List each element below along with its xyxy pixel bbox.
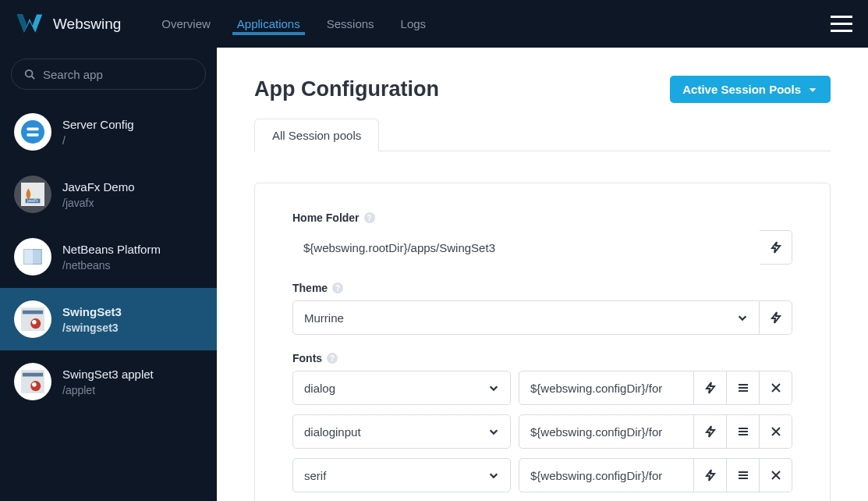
topbar: Webswing Overview Applications Sessions … <box>0 0 868 48</box>
theme-field: Theme ? Murrine <box>292 282 792 335</box>
chevron-down-icon <box>488 382 499 393</box>
help-icon[interactable]: ? <box>364 212 375 223</box>
netbeans-icon <box>14 238 51 275</box>
fonts-field: Fonts ? dialog <box>292 352 792 492</box>
sidebar-item-swingset3[interactable]: SwingSet3 /swingset3 <box>0 288 217 350</box>
reorder-button[interactable] <box>727 458 760 492</box>
font-name-select[interactable]: serif <box>292 458 511 492</box>
close-icon <box>770 469 782 481</box>
svg-point-17 <box>32 382 37 387</box>
chevron-down-icon <box>737 312 748 323</box>
chevron-down-icon <box>807 84 818 95</box>
search-icon <box>24 69 35 80</box>
tab-all-session-pools[interactable]: All Session pools <box>254 119 379 151</box>
reorder-button[interactable] <box>727 414 760 449</box>
swingset3-applet-icon <box>14 363 51 400</box>
page-title: App Configuration <box>254 77 439 101</box>
server-icon <box>14 113 51 151</box>
home-folder-input[interactable] <box>292 230 760 265</box>
nav-overview[interactable]: Overview <box>160 12 212 35</box>
font-row: dialog <box>292 371 792 405</box>
bars-icon <box>737 469 749 481</box>
close-icon <box>770 425 782 438</box>
menu-toggle-icon[interactable] <box>831 16 852 32</box>
app-path: /netbeans <box>62 259 161 272</box>
resolve-button[interactable] <box>694 414 727 449</box>
app-path: /applet <box>62 384 154 396</box>
app-name: SwingSet3 applet <box>62 368 154 381</box>
font-path-input[interactable] <box>519 371 694 405</box>
svg-rect-11 <box>23 311 43 314</box>
svg-line-1 <box>32 76 35 80</box>
sidebar-item-netbeans[interactable]: NetBeans Platform /netbeans <box>0 226 217 288</box>
font-row: dialoginput <box>292 414 792 449</box>
bolt-icon <box>704 382 717 394</box>
font-path-input[interactable] <box>519 414 694 449</box>
remove-button[interactable] <box>760 371 792 405</box>
svg-point-2 <box>21 120 44 144</box>
logo-icon <box>16 12 44 36</box>
svg-rect-3 <box>27 127 39 130</box>
font-name-select[interactable]: dialog <box>292 371 511 405</box>
bolt-icon <box>770 241 782 254</box>
active-session-pools-button[interactable]: Active Session Pools <box>670 76 831 103</box>
app-name: SwingSet3 <box>62 305 122 318</box>
resolve-button[interactable] <box>760 230 792 265</box>
resolve-button[interactable] <box>760 300 792 335</box>
help-icon[interactable]: ? <box>327 353 338 364</box>
bolt-icon <box>704 469 717 481</box>
svg-text:javaFx: javaFx <box>27 199 38 203</box>
font-row: serif <box>292 458 792 492</box>
nav-sessions[interactable]: Sessions <box>325 12 376 35</box>
svg-point-0 <box>26 70 33 77</box>
reorder-button[interactable] <box>727 371 760 405</box>
app-name: Server Config <box>62 118 134 131</box>
bars-icon <box>737 425 749 438</box>
nav-applications[interactable]: Applications <box>236 12 302 35</box>
close-icon <box>770 382 782 394</box>
search-box[interactable] <box>11 59 206 90</box>
app-name: JavaFx Demo <box>62 180 135 194</box>
sidebar-item-server-config[interactable]: Server Config / <box>0 101 217 163</box>
bars-icon <box>737 382 749 394</box>
app-path: /swingset3 <box>62 322 122 334</box>
home-folder-field: Home Folder ? <box>292 211 792 265</box>
chevron-down-icon <box>488 426 499 437</box>
font-path-input[interactable] <box>519 458 694 492</box>
theme-select[interactable]: Murrine <box>292 300 760 335</box>
nav-logs[interactable]: Logs <box>399 12 428 35</box>
logo[interactable]: Webswing <box>16 12 121 36</box>
remove-button[interactable] <box>760 414 792 449</box>
home-folder-label: Home Folder <box>292 211 360 224</box>
svg-rect-9 <box>24 250 33 265</box>
sidebar-item-swingset3-applet[interactable]: SwingSet3 applet /applet <box>0 350 217 413</box>
resolve-button[interactable] <box>694 458 727 492</box>
resolve-button[interactable] <box>694 371 727 405</box>
app-path: /javafx <box>62 197 135 209</box>
config-card: Home Folder ? Theme ? Murrine <box>254 183 831 501</box>
main-content: App Configuration Active Session Pools A… <box>217 48 868 501</box>
main-nav: Overview Applications Sessions Logs <box>160 12 427 35</box>
swingset3-icon <box>14 300 51 338</box>
brand-text: Webswing <box>53 16 121 33</box>
remove-button[interactable] <box>760 458 792 492</box>
app-path: / <box>62 134 134 147</box>
fonts-label: Fonts <box>292 352 322 364</box>
bolt-icon <box>770 311 782 324</box>
svg-point-13 <box>32 320 37 325</box>
search-input[interactable] <box>43 68 193 81</box>
sidebar-item-javafx[interactable]: javaFx JavaFx Demo /javafx <box>0 163 217 226</box>
svg-rect-15 <box>23 373 43 377</box>
theme-label: Theme <box>292 282 328 294</box>
javafx-icon: javaFx <box>14 176 51 213</box>
app-name: NetBeans Platform <box>62 243 161 256</box>
bolt-icon <box>704 425 717 438</box>
sidebar: Server Config / javaFx JavaFx Demo /java… <box>0 48 217 501</box>
tabs: All Session pools <box>254 119 831 151</box>
help-icon[interactable]: ? <box>332 282 343 293</box>
svg-rect-4 <box>27 133 39 137</box>
chevron-down-icon <box>488 470 499 481</box>
font-name-select[interactable]: dialoginput <box>292 414 511 449</box>
